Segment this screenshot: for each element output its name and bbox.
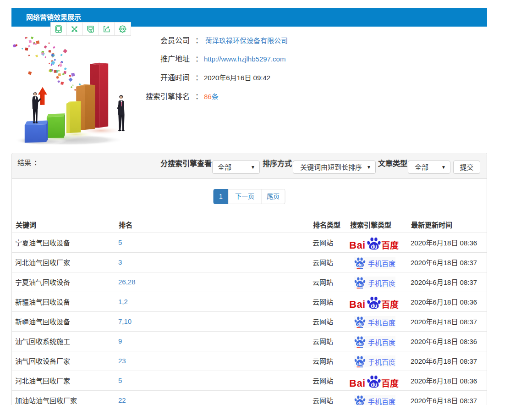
svg-text:百度: 百度 [381,300,399,310]
svg-text:du: du [357,341,363,346]
svg-text:du: du [371,381,378,388]
svg-text:du: du [357,361,363,366]
svg-text:du: du [357,262,363,267]
svg-text:du: du [357,282,363,287]
svg-text:du: du [357,322,363,327]
svg-text:du: du [371,243,378,250]
svg-text:Bai: Bai [350,239,366,251]
svg-text:百度: 百度 [381,240,399,250]
svg-text:du: du [357,400,363,405]
svg-text:百度: 百度 [381,378,399,388]
svg-text:du: du [371,302,378,309]
svg-text:Bai: Bai [350,377,366,389]
svg-text:Bai: Bai [350,299,366,310]
